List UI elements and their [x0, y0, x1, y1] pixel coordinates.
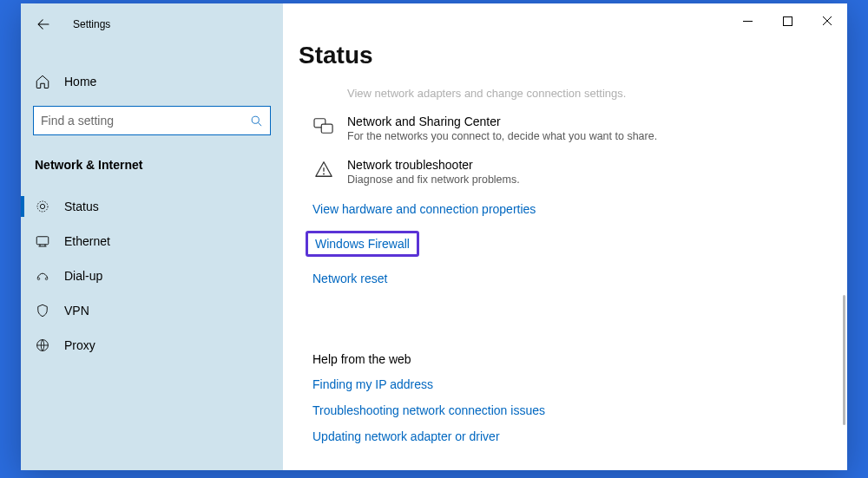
link-windows-firewall[interactable]: Windows Firewall [299, 226, 847, 262]
sidebar-item-label: Dial-up [64, 269, 102, 283]
globe-icon [35, 337, 50, 353]
option-troubleshooter[interactable]: Network troubleshooter Diagnose and fix … [299, 146, 847, 189]
search-input[interactable] [41, 114, 250, 128]
link-text: Troubleshooting network connection issue… [312, 403, 545, 417]
svg-point-13 [323, 174, 325, 175]
titlebar: Settings [21, 7, 283, 42]
option-network-sharing[interactable]: Network and Sharing Center For the netwo… [299, 102, 847, 146]
main-pane: Status View network adapters and change … [283, 3, 847, 470]
sidebar-item-status[interactable]: Status [21, 189, 283, 224]
sidebar-item-vpn[interactable]: VPN [21, 293, 283, 328]
back-button[interactable] [33, 14, 54, 35]
help-link-ip[interactable]: Finding my IP address [299, 371, 847, 397]
warning-icon [312, 158, 335, 179]
svg-line-1 [258, 122, 261, 126]
option-subtitle: For the networks you connect to, decide … [347, 130, 657, 142]
sidebar-item-proxy[interactable]: Proxy [21, 328, 283, 363]
link-text: View hardware and connection properties [312, 202, 536, 216]
sidebar-item-label: Status [64, 200, 99, 213]
svg-point-6 [45, 278, 47, 279]
sidebar-item-label: VPN [64, 304, 89, 318]
option-title: Network and Sharing Center [347, 115, 657, 128]
link-text: Finding my IP address [312, 377, 433, 391]
nav-list: Status Ethernet Dial-up VPN [21, 189, 283, 363]
svg-point-0 [252, 116, 259, 123]
svg-rect-11 [321, 124, 332, 133]
scrollbar[interactable] [843, 295, 845, 425]
sidebar-item-ethernet[interactable]: Ethernet [21, 224, 283, 259]
link-view-hardware[interactable]: View hardware and connection properties [299, 196, 847, 222]
help-link-troubleshoot[interactable]: Troubleshooting network connection issue… [299, 397, 847, 423]
svg-point-2 [37, 201, 48, 212]
option-title: Network troubleshooter [347, 158, 520, 172]
svg-point-3 [40, 204, 44, 208]
svg-rect-4 [36, 237, 49, 245]
help-link-update-adapter[interactable]: Updating network adapter or driver [299, 423, 847, 449]
svg-point-5 [37, 278, 39, 279]
search-box[interactable] [33, 106, 271, 135]
link-network-reset[interactable]: Network reset [299, 265, 847, 291]
sidebar-home-label: Home [64, 75, 96, 88]
search-icon [250, 115, 263, 128]
help-heading: Help from the web [299, 352, 847, 366]
partial-row-text: View network adapters and change connect… [299, 87, 847, 102]
back-arrow-icon [36, 16, 51, 32]
sidebar-home[interactable]: Home [21, 64, 283, 99]
ethernet-icon [35, 233, 50, 249]
app-title: Settings [73, 18, 110, 30]
scroll-area: View network adapters and change connect… [299, 87, 847, 470]
sharing-icon [312, 115, 335, 135]
sidebar: Settings Home Network & Internet Status [21, 3, 283, 470]
link-text: Windows Firewall [306, 231, 419, 257]
dialup-icon [35, 268, 50, 284]
sidebar-item-label: Proxy [64, 338, 95, 352]
settings-window: Settings Home Network & Internet Status [21, 3, 847, 470]
shield-icon [35, 303, 50, 318]
sidebar-item-dialup[interactable]: Dial-up [21, 259, 283, 293]
page-title: Status [299, 42, 832, 69]
link-text: Network reset [312, 272, 387, 285]
status-icon [35, 199, 50, 214]
home-icon [35, 74, 50, 89]
link-text: Updating network adapter or driver [312, 429, 500, 443]
option-subtitle: Diagnose and fix network problems. [347, 174, 520, 186]
sidebar-section-title: Network & Internet [21, 154, 283, 184]
sidebar-item-label: Ethernet [64, 234, 110, 248]
